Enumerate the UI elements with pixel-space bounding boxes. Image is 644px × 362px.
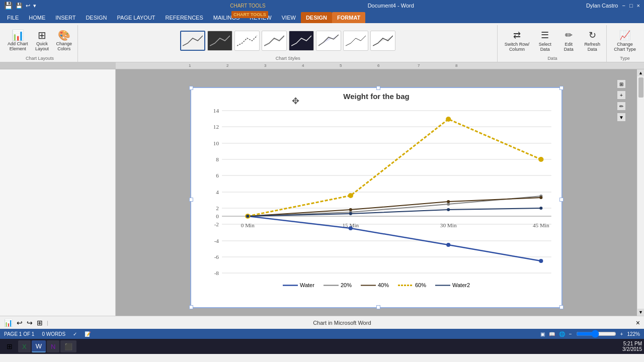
resize-handle-tr[interactable] <box>559 86 564 90</box>
type-group-content: 📈 ChangeChart Type <box>611 26 639 55</box>
zoom-out-btn[interactable]: − <box>569 331 572 337</box>
ribbon: 📊 Add Chart Element ⊞ Quick Layout 🎨 Cha… <box>0 23 644 62</box>
switch-row-col-icon: ⇄ <box>513 30 521 41</box>
ribbon-tabs: FILE HOME INSERT DESIGN PAGE LAYOUT REFE… <box>0 11 644 23</box>
svg-point-46 <box>447 208 450 211</box>
svg-point-44 <box>246 215 249 218</box>
svg-point-37 <box>349 208 352 211</box>
svg-point-42 <box>446 117 451 122</box>
edit-data-icon: ✏ <box>565 30 573 41</box>
view-web-btn[interactable]: 🌐 <box>559 331 565 337</box>
ruler-7: 7 <box>418 63 420 68</box>
zoom-slider[interactable] <box>576 331 616 336</box>
svg-point-29 <box>349 226 353 230</box>
ruler-4: 4 <box>302 63 304 68</box>
chart-style-1[interactable] <box>180 31 205 51</box>
maximize-btn[interactable]: □ <box>629 3 633 9</box>
chart-style-6[interactable] <box>316 31 341 51</box>
legend-20pct: 20% <box>324 282 352 288</box>
zoom-in-btn[interactable]: + <box>620 331 623 337</box>
tab-file[interactable]: FILE <box>2 12 24 23</box>
resize-handle-br[interactable] <box>559 305 564 309</box>
change-colors-btn[interactable]: 🎨 Change Colors <box>54 29 75 53</box>
lang-icon: 📝 <box>85 331 91 337</box>
chart-tool-redo[interactable]: ↪ <box>27 319 33 327</box>
quick-access-more[interactable]: ▾ <box>33 3 36 9</box>
chart-tool-more[interactable]: ⊞ <box>37 319 43 327</box>
view-read-btn[interactable]: 📖 <box>549 331 555 337</box>
tab-view[interactable]: VIEW <box>277 12 301 23</box>
taskbar-time: 5:21 PM 3/2/2015 <box>622 341 642 352</box>
taskbar-word[interactable]: W <box>32 340 46 352</box>
tab-insert[interactable]: INSERT <box>50 12 80 23</box>
refresh-data-icon: ↻ <box>589 30 596 41</box>
quick-layout-btn[interactable]: ⊞ Quick Layout <box>32 29 52 53</box>
tab-references[interactable]: REFERENCES <box>160 12 208 23</box>
refresh-data-btn[interactable]: ↻ RefreshData <box>581 28 603 54</box>
chart-style-3[interactable] <box>234 31 260 51</box>
chart-style-5[interactable] <box>289 31 314 51</box>
data-group-content: ⇄ Switch Row/Column ☰ SelectData ✏ EditD… <box>502 26 604 55</box>
resize-handle-l[interactable] <box>189 198 193 202</box>
chart-styles-group: Chart Styles <box>79 25 498 62</box>
chart-bar-close[interactable]: × <box>636 319 640 327</box>
spell-check-icon[interactable]: ✓ <box>73 331 77 337</box>
chart-style-8[interactable] <box>370 31 395 51</box>
edit-data-btn[interactable]: ✏ EditData <box>557 28 580 54</box>
resize-handle-tl[interactable] <box>189 86 193 90</box>
taskbar-other[interactable]: ⬛ <box>60 340 76 352</box>
user-name: Dylan Castro <box>586 3 618 9</box>
view-normal-btn[interactable]: ▣ <box>540 331 545 337</box>
select-data-btn[interactable]: ☰ SelectData <box>534 28 556 54</box>
chart-style-2[interactable] <box>207 31 232 51</box>
scroll-down-btn[interactable]: ▼ <box>637 309 645 316</box>
chart-container[interactable]: ✥ Weight for the bag <box>190 87 562 308</box>
tab-page-layout[interactable]: PAGE LAYOUT <box>112 12 160 23</box>
ruler: 1 2 3 4 5 6 7 8 <box>0 62 644 69</box>
svg-point-41 <box>348 193 353 198</box>
status-right: ▣ 📖 🌐 − + 122% <box>540 331 640 337</box>
add-chart-element-btn[interactable]: 📊 Add Chart Element <box>5 29 31 53</box>
app-icon: 💾 <box>4 2 13 10</box>
chart-tool-undo[interactable]: ↩ <box>17 319 23 327</box>
chart-styles-label: Chart Styles <box>276 55 300 61</box>
tab-chart-format[interactable]: FORMAT <box>332 12 365 23</box>
legend-water: Water <box>283 282 314 288</box>
resize-handle-b[interactable] <box>376 305 380 309</box>
chart-options-btn-2[interactable]: + <box>617 90 626 100</box>
chart-layouts-label: Chart Layouts <box>26 55 54 61</box>
change-chart-type-btn[interactable]: 📈 ChangeChart Type <box>611 28 639 54</box>
tab-home[interactable]: HOME <box>24 12 50 23</box>
chart-style-4[interactable] <box>262 31 287 51</box>
taskbar-excel[interactable]: X <box>18 340 31 352</box>
quick-access-save[interactable]: 💾 <box>16 3 23 9</box>
close-btn[interactable]: × <box>637 3 640 9</box>
scroll-up-btn[interactable]: ▲ <box>637 69 645 76</box>
type-label: Type <box>620 55 630 61</box>
chart-options-btn-1[interactable]: ⊞ <box>617 79 626 88</box>
resize-handle-r[interactable] <box>559 198 564 202</box>
svg-point-47 <box>539 207 542 210</box>
chart-options-btn-3[interactable]: ✏ <box>617 102 626 111</box>
chart-options-btn-4[interactable]: ▼ <box>617 113 626 122</box>
resize-handle-t[interactable] <box>376 86 380 90</box>
svg-point-45 <box>349 212 352 215</box>
svg-text:10: 10 <box>213 140 219 146</box>
start-btn[interactable]: ⊞ <box>2 340 17 352</box>
document-area[interactable]: ✥ Weight for the bag <box>116 69 637 316</box>
minimize-btn[interactable]: − <box>622 3 625 9</box>
add-chart-element-icon: 📊 <box>12 30 24 40</box>
quick-access-undo[interactable]: ↩ <box>26 3 30 9</box>
scroll-thumb[interactable] <box>638 77 643 98</box>
resize-handle-bl[interactable] <box>189 305 193 309</box>
switch-row-col-btn[interactable]: ⇄ Switch Row/Column <box>502 28 533 54</box>
ruler-3: 3 <box>264 63 266 68</box>
chart-style-7[interactable] <box>343 31 368 51</box>
tab-design[interactable]: DESIGN <box>80 12 112 23</box>
select-data-icon: ☰ <box>541 30 549 41</box>
taskbar-onenote[interactable]: N <box>47 340 59 352</box>
quick-layout-icon: ⊞ <box>38 30 46 40</box>
v-scrollbar[interactable]: ▲ ▼ <box>637 69 644 316</box>
tab-chart-design[interactable]: DESIGN <box>301 12 332 23</box>
page-info: PAGE 1 OF 1 <box>4 331 34 337</box>
